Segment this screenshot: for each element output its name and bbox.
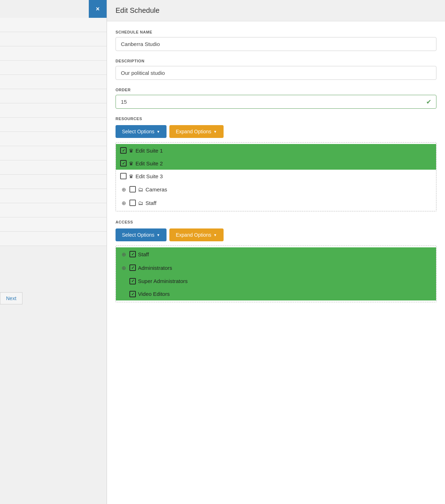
access-item[interactable]: ⊕ Administrators bbox=[116, 261, 436, 274]
access-section: ACCESS Select Options ▼ Expand Options ▼… bbox=[116, 220, 436, 302]
resources-list: ♛ Edit Suite 1 ♛ Edit Suite 2 ♛ bbox=[116, 142, 436, 211]
sidebar-row bbox=[0, 32, 107, 46]
access-expand-dropdown-icon: ▼ bbox=[214, 233, 217, 237]
checkbox-empty-icon bbox=[129, 186, 136, 192]
access-list: ⊕ Staff ⊕ Administrators bbox=[116, 246, 436, 302]
checkbox-checked-icon bbox=[120, 160, 127, 166]
sidebar-row bbox=[0, 118, 107, 132]
access-label: ACCESS bbox=[116, 220, 436, 224]
resources-select-dropdown-icon: ▼ bbox=[157, 130, 160, 134]
order-input[interactable] bbox=[116, 95, 436, 109]
resource-item[interactable]: ♛ Edit Suite 3 bbox=[116, 170, 436, 182]
order-input-wrapper: ✔ bbox=[116, 95, 436, 109]
sidebar-row bbox=[0, 217, 107, 232]
order-valid-icon: ✔ bbox=[426, 98, 431, 106]
access-expand-options-button[interactable]: Expand Options ▼ bbox=[169, 228, 224, 241]
next-button[interactable]: Next bbox=[0, 292, 22, 304]
resource-item[interactable]: ⊕ 🗂 Staff bbox=[116, 196, 436, 210]
checkbox-empty-icon bbox=[129, 200, 136, 206]
plus-circle-icon: ⊕ bbox=[120, 199, 127, 206]
plus-circle-icon: ⊕ bbox=[120, 186, 127, 193]
access-select-options-button[interactable]: Select Options ▼ bbox=[116, 228, 167, 241]
resource-item[interactable]: ⊕ 🗂 Cameras bbox=[116, 182, 436, 196]
sidebar-row bbox=[0, 132, 107, 146]
resources-expand-options-button[interactable]: Expand Options ▼ bbox=[169, 125, 224, 138]
folder-icon: 🗂 bbox=[138, 187, 143, 192]
main-panel: Edit Schedule SCHEDULE NAME DESCRIPTION … bbox=[107, 0, 445, 504]
sidebar-rows bbox=[0, 18, 107, 504]
sidebar-row bbox=[0, 89, 107, 103]
access-item-label: Video Editors bbox=[138, 291, 170, 297]
sidebar-row bbox=[0, 46, 107, 61]
access-item-label: Super Administrators bbox=[138, 278, 188, 284]
description-group: DESCRIPTION bbox=[116, 59, 436, 80]
access-btn-row: Select Options ▼ Expand Options ▼ bbox=[116, 228, 436, 241]
panel-title: Edit Schedule bbox=[116, 6, 436, 15]
access-item[interactable]: Video Editors bbox=[116, 288, 436, 301]
checkbox-checked-icon bbox=[120, 147, 127, 154]
resource-item-label: Edit Suite 3 bbox=[135, 173, 163, 179]
resource-item[interactable]: ♛ Edit Suite 2 bbox=[116, 157, 436, 170]
panel-body: SCHEDULE NAME DESCRIPTION ORDER ✔ RESOUR… bbox=[107, 21, 445, 504]
resources-expand-label: Expand Options bbox=[176, 129, 211, 134]
access-select-dropdown-icon: ▼ bbox=[157, 233, 160, 237]
sidebar-row bbox=[0, 203, 107, 217]
checkbox-checked-icon bbox=[129, 291, 136, 298]
sidebar-row bbox=[0, 232, 107, 246]
order-group: ORDER ✔ bbox=[116, 88, 436, 109]
sidebar-row bbox=[0, 189, 107, 203]
resource-item-label: Edit Suite 2 bbox=[135, 160, 163, 166]
resources-label: RESOURCES bbox=[116, 117, 436, 121]
schedule-name-group: SCHEDULE NAME bbox=[116, 30, 436, 51]
resources-select-options-button[interactable]: Select Options ▼ bbox=[116, 125, 167, 138]
sidebar-row bbox=[0, 18, 107, 32]
access-item[interactable]: ⊕ Staff bbox=[116, 247, 436, 261]
checkbox-checked-icon bbox=[129, 278, 136, 284]
access-item-label: Staff bbox=[138, 251, 149, 257]
resource-item-label: Staff bbox=[145, 200, 157, 206]
resource-item[interactable]: ♛ Edit Suite 1 bbox=[116, 144, 436, 157]
access-expand-label: Expand Options bbox=[176, 232, 211, 238]
sidebar-row bbox=[0, 146, 107, 160]
description-input[interactable] bbox=[116, 66, 436, 80]
checkbox-checked-icon bbox=[129, 264, 136, 271]
access-item-label: Administrators bbox=[138, 265, 172, 271]
access-item[interactable]: Super Administrators bbox=[116, 274, 436, 288]
sidebar-row bbox=[0, 61, 107, 75]
close-button[interactable]: × bbox=[89, 0, 107, 18]
folder-icon: 🗂 bbox=[138, 200, 143, 206]
sidebar-row bbox=[0, 160, 107, 175]
access-select-label: Select Options bbox=[122, 232, 154, 238]
schedule-name-label: SCHEDULE NAME bbox=[116, 30, 436, 34]
panel-header: Edit Schedule bbox=[107, 0, 445, 21]
resources-select-label: Select Options bbox=[122, 129, 154, 134]
checkbox-empty-icon bbox=[120, 173, 127, 179]
sidebar-row bbox=[0, 175, 107, 189]
resources-btn-row: Select Options ▼ Expand Options ▼ bbox=[116, 125, 436, 138]
plus-circle-icon: ⊕ bbox=[120, 264, 127, 271]
checkbox-checked-icon bbox=[129, 251, 136, 258]
resources-section: RESOURCES Select Options ▼ Expand Option… bbox=[116, 117, 436, 211]
close-icon: × bbox=[96, 5, 100, 13]
resources-expand-dropdown-icon: ▼ bbox=[214, 130, 217, 134]
resource-item-label: Cameras bbox=[145, 186, 167, 192]
plus-circle-icon: ⊕ bbox=[120, 251, 127, 258]
sidebar-row bbox=[0, 103, 107, 118]
schedule-name-input[interactable] bbox=[116, 37, 436, 51]
description-label: DESCRIPTION bbox=[116, 59, 436, 63]
sidebar: × Next bbox=[0, 0, 107, 504]
crown-icon: ♛ bbox=[129, 174, 133, 179]
crown-icon: ♛ bbox=[129, 161, 133, 166]
crown-icon: ♛ bbox=[129, 148, 133, 153]
sidebar-row bbox=[0, 75, 107, 89]
order-label: ORDER bbox=[116, 88, 436, 92]
resource-item-label: Edit Suite 1 bbox=[135, 148, 163, 154]
